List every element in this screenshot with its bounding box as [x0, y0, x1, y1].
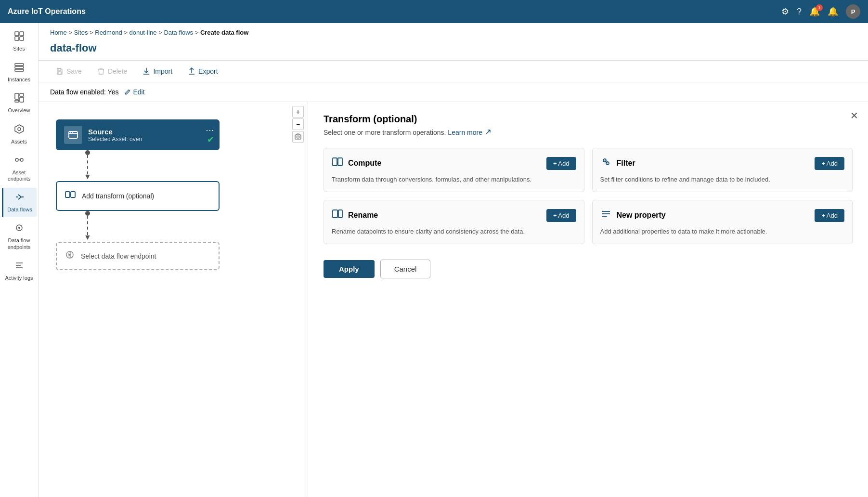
connector-line-2 — [87, 216, 88, 235]
sidebar-item-asset-endpoints-label: Asset endpoints — [5, 170, 34, 182]
source-check-icon: ✔ — [207, 134, 214, 145]
op-card-compute: Compute + Add Transform data through con… — [324, 148, 584, 192]
close-button[interactable]: ✕ — [850, 110, 858, 121]
connector-arrow-2: ▼ — [84, 233, 91, 242]
apply-button[interactable]: Apply — [324, 260, 375, 278]
zoom-in-button[interactable]: + — [292, 106, 304, 118]
breadcrumb-current: Create data flow — [200, 29, 248, 36]
svg-rect-4 — [15, 64, 24, 65]
op-card-new-property-header: New property + Add — [600, 208, 845, 222]
page-title: data-flow — [50, 42, 856, 54]
op-card-new-property: New property + Add Add additional proper… — [592, 200, 853, 244]
op-card-rename: Rename + Add Rename datapoints to ensure… — [324, 200, 584, 244]
source-subtitle: Selected Asset: oven — [88, 136, 211, 143]
compute-add-button[interactable]: + Add — [546, 157, 576, 170]
svg-rect-7 — [15, 93, 19, 99]
breadcrumb-sites[interactable]: Sites — [74, 29, 88, 36]
sidebar-item-instances[interactable]: Instances — [2, 58, 37, 87]
svg-rect-35 — [295, 135, 301, 139]
breadcrumb-redmond[interactable]: Redmond — [95, 29, 122, 36]
svg-point-17 — [18, 227, 20, 229]
breadcrumb-home[interactable]: Home — [50, 29, 67, 36]
activity-logs-icon — [14, 260, 25, 273]
toolbar: Save Delete Import Export — [39, 60, 868, 82]
transform-panel: ✕ Transform (optional) Select one or mor… — [308, 102, 868, 497]
edit-button[interactable]: Edit — [124, 88, 144, 96]
camera-button[interactable] — [292, 131, 304, 143]
sidebar-item-assets[interactable]: Assets — [2, 120, 37, 149]
sidebar-item-data-flows[interactable]: Data flows — [2, 188, 37, 217]
source-menu-icon[interactable]: ⋯ — [206, 125, 214, 135]
zoom-out-button[interactable]: − — [292, 118, 304, 130]
learn-more-link[interactable]: Learn more — [448, 129, 482, 136]
endpoint-node[interactable]: Select data flow endpoint + − — [56, 242, 220, 270]
help-icon[interactable]: ? — [797, 7, 802, 17]
save-button[interactable]: Save — [50, 65, 88, 78]
panel-actions: Apply Cancel — [324, 260, 853, 278]
svg-rect-21 — [58, 72, 61, 74]
sidebar-item-overview[interactable]: Overview — [2, 89, 37, 118]
compute-title-row: Compute — [332, 156, 381, 170]
cancel-button[interactable]: Cancel — [380, 260, 431, 278]
sidebar-item-activity-logs-label: Activity logs — [5, 275, 33, 281]
svg-point-13 — [15, 158, 18, 161]
filter-add-button[interactable]: + Add — [815, 157, 844, 170]
breadcrumb-donut-line[interactable]: donut-line — [129, 29, 156, 36]
sidebar-item-assets-label: Assets — [11, 139, 27, 145]
delete-button[interactable]: Delete — [91, 65, 133, 78]
svg-rect-43 — [338, 210, 342, 218]
settings-icon[interactable]: ⚙ — [781, 6, 789, 17]
svg-rect-27 — [69, 131, 78, 138]
alert-icon[interactable]: 🔔 — [828, 6, 838, 17]
edit-label: Edit — [133, 88, 144, 96]
sidebar-item-asset-endpoints[interactable]: Asset endpoints — [2, 151, 37, 186]
sidebar-item-data-flows-label: Data flows — [7, 207, 32, 213]
flow-panel: Source Selected Asset: oven ⋯ ✔ ▼ — [39, 102, 308, 497]
source-text: Source Selected Asset: oven — [88, 128, 211, 143]
connector-1: ▼ — [84, 150, 91, 181]
svg-rect-30 — [65, 192, 70, 197]
main-layout: Sites Instances Overview Assets Asset en… — [0, 23, 868, 497]
svg-rect-9 — [20, 97, 24, 102]
import-label: Import — [153, 67, 172, 75]
svg-point-29 — [72, 132, 73, 133]
sidebar-item-activity-logs[interactable]: Activity logs — [2, 256, 37, 285]
svg-rect-22 — [58, 68, 61, 70]
import-button[interactable]: Import — [137, 65, 178, 78]
rename-title: Rename — [348, 211, 378, 220]
save-label: Save — [66, 67, 82, 75]
filter-title-row: Filter — [600, 156, 635, 170]
filter-desc: Set filter conditions to refine and mana… — [600, 175, 845, 184]
breadcrumb-data-flows[interactable]: Data flows — [164, 29, 193, 36]
op-card-rename-header: Rename + Add — [332, 208, 576, 222]
svg-point-14 — [20, 158, 23, 161]
assets-icon — [14, 124, 25, 137]
sidebar-item-sites[interactable]: Sites — [2, 27, 37, 56]
svg-rect-37 — [333, 158, 337, 166]
topbar-icons: ⚙ ? 🔔 1 🔔 P — [781, 4, 860, 19]
svg-point-36 — [297, 136, 299, 138]
sidebar-item-overview-label: Overview — [8, 107, 30, 114]
svg-point-12 — [18, 128, 21, 131]
connector-2: ▼ — [84, 211, 91, 242]
rename-add-button[interactable]: + Add — [546, 209, 576, 222]
avatar[interactable]: P — [846, 4, 860, 19]
connector-dot-2 — [85, 211, 90, 216]
op-card-filter: Filter + Add Set filter conditions to re… — [592, 148, 853, 192]
transform-node[interactable]: Add transform (optional) — [56, 181, 220, 211]
connector-arrow-1: ▼ — [84, 172, 91, 181]
op-card-filter-header: Filter + Add — [600, 156, 845, 170]
transform-icon — [65, 189, 76, 203]
flow-container: Source Selected Asset: oven ⋯ ✔ ▼ — [39, 102, 868, 497]
source-node[interactable]: Source Selected Asset: oven ⋯ ✔ — [56, 119, 220, 150]
svg-marker-11 — [15, 125, 24, 133]
new-property-add-button[interactable]: + Add — [815, 209, 844, 222]
overview-icon — [14, 92, 25, 105]
svg-rect-10 — [15, 100, 19, 102]
notification-icon[interactable]: 🔔 1 — [809, 6, 820, 17]
flow-enabled-text: Data flow enabled: Yes — [50, 88, 118, 96]
export-button[interactable]: Export — [182, 65, 223, 78]
compute-title: Compute — [348, 159, 381, 168]
sidebar-item-data-flow-endpoints[interactable]: Data flow endpoints — [2, 219, 37, 254]
notification-badge: 1 — [816, 4, 823, 11]
